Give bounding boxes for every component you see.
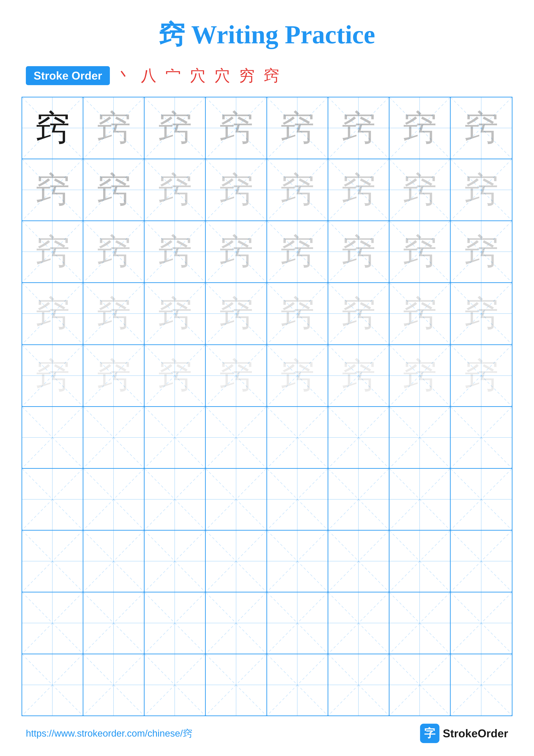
cell-10-2[interactable] xyxy=(83,654,144,716)
cell-10-8[interactable] xyxy=(451,654,512,716)
cell-2-8[interactable]: 窍 xyxy=(451,159,512,221)
cell-2-7[interactable]: 窍 xyxy=(390,159,451,221)
svg-line-126 xyxy=(451,530,512,592)
cell-1-1[interactable]: 窍 xyxy=(22,97,83,159)
cell-10-5[interactable] xyxy=(267,654,328,716)
cell-8-4[interactable] xyxy=(206,530,267,592)
cell-8-1[interactable] xyxy=(22,530,83,592)
cell-9-4[interactable] xyxy=(206,592,267,654)
stroke-7: 窍 xyxy=(264,65,283,86)
cell-10-6[interactable] xyxy=(328,654,390,716)
cell-7-3[interactable] xyxy=(144,469,206,530)
cell-2-6[interactable]: 窍 xyxy=(328,159,390,221)
grid-row-4: 窍 窍 窍 窍 窍 窍 窍 窍 xyxy=(22,283,512,345)
cell-4-2[interactable]: 窍 xyxy=(83,283,144,344)
cell-8-3[interactable] xyxy=(144,530,206,592)
cell-8-8[interactable] xyxy=(451,530,512,592)
cell-7-1[interactable] xyxy=(22,469,83,530)
cell-3-4[interactable]: 窍 xyxy=(206,221,267,282)
cell-7-7[interactable] xyxy=(390,469,451,530)
cell-9-5[interactable] xyxy=(267,592,328,654)
cell-6-8[interactable] xyxy=(451,407,512,468)
cell-1-4[interactable]: 窍 xyxy=(206,97,267,159)
grid-row-3: 窍 窍 窍 窍 窍 窍 窍 窍 xyxy=(22,221,512,283)
cell-3-5[interactable]: 窍 xyxy=(267,221,328,282)
svg-line-138 xyxy=(328,592,389,654)
cell-7-2[interactable] xyxy=(83,469,144,530)
cell-3-3[interactable]: 窍 xyxy=(144,221,206,282)
cell-5-8[interactable]: 窍 xyxy=(451,345,512,406)
cell-6-1[interactable] xyxy=(22,407,83,468)
cell-4-7[interactable]: 窍 xyxy=(390,283,451,344)
cell-5-7[interactable]: 窍 xyxy=(390,345,451,406)
stroke-6: 穷 xyxy=(239,65,259,86)
cell-2-5[interactable]: 窍 xyxy=(267,159,328,221)
cell-6-3[interactable] xyxy=(144,407,206,468)
svg-line-86 xyxy=(206,407,266,468)
cell-4-6[interactable]: 窍 xyxy=(328,283,390,344)
cell-2-4[interactable]: 窍 xyxy=(206,159,267,221)
cell-7-6[interactable] xyxy=(328,469,390,530)
cell-5-2[interactable]: 窍 xyxy=(83,345,144,406)
cell-4-4[interactable]: 窍 xyxy=(206,283,267,344)
cell-7-4[interactable] xyxy=(206,469,267,530)
svg-line-107 xyxy=(328,469,389,530)
cell-3-8[interactable]: 窍 xyxy=(451,221,512,282)
cell-10-7[interactable] xyxy=(390,654,451,716)
cell-1-8[interactable]: 窍 xyxy=(451,97,512,159)
stroke-2: 八 xyxy=(141,65,160,86)
svg-line-132 xyxy=(144,592,205,654)
cell-9-2[interactable] xyxy=(83,592,144,654)
svg-line-102 xyxy=(206,469,266,530)
footer: https://www.strokeorder.com/chinese/窍 字 … xyxy=(0,724,534,743)
cell-4-1[interactable]: 窍 xyxy=(22,283,83,344)
cell-3-7[interactable]: 窍 xyxy=(390,221,451,282)
cell-8-2[interactable] xyxy=(83,530,144,592)
cell-10-3[interactable] xyxy=(144,654,206,716)
cell-7-5[interactable] xyxy=(267,469,328,530)
cell-4-3[interactable]: 窍 xyxy=(144,283,206,344)
svg-line-95 xyxy=(451,407,512,468)
cell-3-6[interactable]: 窍 xyxy=(328,221,390,282)
cell-10-1[interactable] xyxy=(22,654,83,716)
cell-1-7[interactable]: 窍 xyxy=(390,97,451,159)
cell-6-7[interactable] xyxy=(390,407,451,468)
cell-9-3[interactable] xyxy=(144,592,206,654)
cell-6-6[interactable] xyxy=(328,407,390,468)
cell-8-7[interactable] xyxy=(390,530,451,592)
footer-url[interactable]: https://www.strokeorder.com/chinese/窍 xyxy=(26,727,192,740)
svg-line-145 xyxy=(22,654,83,716)
cell-5-6[interactable]: 窍 xyxy=(328,345,390,406)
cell-9-7[interactable] xyxy=(390,592,451,654)
cell-6-4[interactable] xyxy=(206,407,267,468)
cell-1-5[interactable]: 窍 xyxy=(267,97,328,159)
cell-1-6[interactable]: 窍 xyxy=(328,97,390,159)
cell-10-4[interactable] xyxy=(206,654,267,716)
cell-8-6[interactable] xyxy=(328,530,390,592)
cell-5-4[interactable]: 窍 xyxy=(206,345,267,406)
cell-8-5[interactable] xyxy=(267,530,328,592)
cell-2-3[interactable]: 窍 xyxy=(144,159,206,221)
cell-1-2[interactable]: 窍 xyxy=(83,97,144,159)
cell-5-1[interactable]: 窍 xyxy=(22,345,83,406)
cell-2-1[interactable]: 窍 xyxy=(22,159,83,221)
stroke-1: 丶 xyxy=(116,65,136,86)
cell-4-5[interactable]: 窍 xyxy=(267,283,328,344)
cell-4-8[interactable]: 窍 xyxy=(451,283,512,344)
cell-6-5[interactable] xyxy=(267,407,328,468)
cell-7-8[interactable] xyxy=(451,469,512,530)
cell-1-3[interactable]: 窍 xyxy=(144,97,206,159)
svg-line-98 xyxy=(83,469,144,530)
cell-9-1[interactable] xyxy=(22,592,83,654)
svg-line-81 xyxy=(22,407,83,468)
cell-5-5[interactable]: 窍 xyxy=(267,345,328,406)
cell-3-2[interactable]: 窍 xyxy=(83,221,144,282)
cell-3-1[interactable]: 窍 xyxy=(22,221,83,282)
cell-9-8[interactable] xyxy=(451,592,512,654)
cell-2-2[interactable]: 窍 xyxy=(83,159,144,221)
svg-line-80 xyxy=(22,407,83,468)
cell-5-3[interactable]: 窍 xyxy=(144,345,206,406)
svg-line-112 xyxy=(22,530,83,592)
cell-9-6[interactable] xyxy=(328,592,390,654)
cell-6-2[interactable] xyxy=(83,407,144,468)
